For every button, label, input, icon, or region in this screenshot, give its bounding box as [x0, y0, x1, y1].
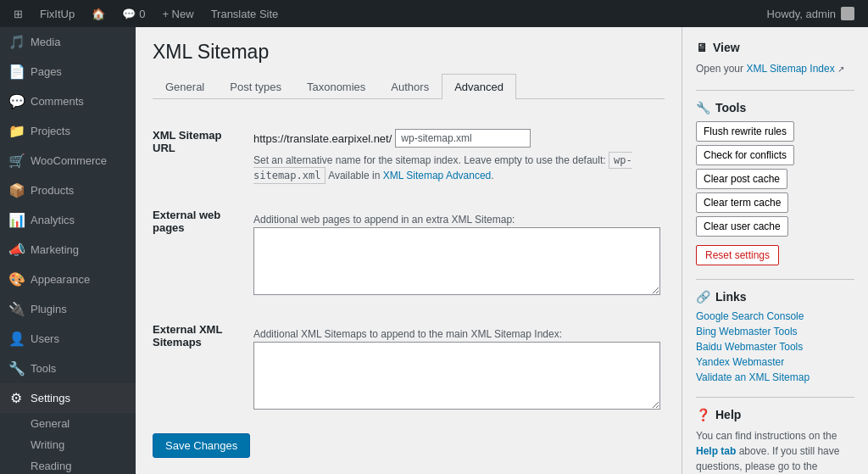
external-xml-textarea[interactable] [253, 342, 660, 410]
sidebar-item-analytics[interactable]: 📊 Analytics [0, 205, 136, 235]
external-xml-label: External XML Sitemaps [153, 310, 249, 425]
xml-url-cell: https://translate.earpixel.net/ Set an a… [249, 116, 665, 196]
external-xml-description: Additional XML Sitemaps to append to the… [253, 326, 660, 342]
sitemap-url-input[interactable] [395, 129, 531, 148]
analytics-icon: 📊 [8, 212, 24, 228]
external-web-textarea[interactable] [253, 227, 660, 295]
check-conflicts-button[interactable]: Check for conflicts [696, 145, 794, 165]
plugins-icon: 🔌 [8, 301, 24, 317]
help-title: ❓ Help [696, 408, 854, 421]
settings-icon: ⚙ [8, 390, 24, 406]
page-title: XML Sitemap [153, 41, 665, 64]
admin-bar: ⊞ FixItUp 🏠 💬 0 + New Translate Site How… [0, 0, 868, 27]
sidebar-item-woocommerce[interactable]: 🛒 WooCommerce [0, 146, 136, 176]
pages-icon: 📄 [8, 64, 24, 80]
admin-menu: 🎵 Media 📄 Pages 💬 Comments 📁 Projects 🛒 … [0, 27, 136, 474]
xml-url-description: Set an alternative name for the sitemap … [253, 153, 660, 183]
table-row-external-web: External web pages Additional web pages … [153, 196, 665, 310]
settings-form: XML Sitemap URL https://translate.earpix… [153, 116, 665, 458]
sidebar-item-settings[interactable]: ⚙ Settings [0, 383, 136, 413]
external-web-description: Additional web pages to append in an ext… [253, 212, 660, 227]
divider-2 [696, 279, 854, 280]
validate-xml-link[interactable]: Validate an XML Sitemap [696, 371, 854, 383]
clear-user-cache-button[interactable]: Clear user cache [696, 216, 788, 237]
tab-post-types[interactable]: Post types [217, 74, 294, 99]
tab-bar: General Post types Taxonomies Authors Ad… [153, 74, 665, 99]
sidebar-item-tools[interactable]: 🔧 Tools [0, 354, 136, 383]
tools-section: 🔧 Tools Flush rewrite rules Check for co… [696, 101, 854, 265]
tab-advanced[interactable]: Advanced [442, 74, 516, 99]
view-text: Open your XML Sitemap Index ↗ [696, 61, 854, 76]
divider-3 [696, 397, 854, 398]
help-icon: ❓ [696, 408, 710, 421]
help-text: You can find instructions on the Help ta… [696, 428, 854, 474]
tools-grid: Flush rewrite rules Check for conflicts … [696, 121, 854, 237]
links-title: 🔗 Links [696, 290, 854, 304]
links-section: 🔗 Links Google Search Console Bing Webma… [696, 290, 854, 383]
wp-logo[interactable]: ⊞ [7, 0, 30, 27]
form-table: XML Sitemap URL https://translate.earpix… [153, 116, 665, 425]
tools-icon: 🔧 [8, 360, 24, 376]
marketing-icon: 📣 [8, 242, 24, 258]
sitemap-url-row: https://translate.earpixel.net/ [253, 129, 660, 148]
sidebar-item-marketing[interactable]: 📣 Marketing [0, 235, 136, 265]
divider-1 [696, 90, 854, 91]
table-row-xml-url: XML Sitemap URL https://translate.earpix… [153, 116, 665, 196]
howdy-text: Howdy, admin [767, 7, 861, 20]
xml-sitemap-index-link[interactable]: XML Sitemap Index [746, 63, 834, 75]
bing-webmaster-link[interactable]: Bing Webmaster Tools [696, 326, 854, 337]
sidebar-item-media[interactable]: 🎵 Media [0, 27, 136, 57]
sidebar-item-plugins[interactable]: 🔌 Plugins [0, 294, 136, 324]
submenu-writing[interactable]: Writing [0, 434, 136, 455]
media-icon: 🎵 [8, 34, 24, 50]
submenu-general[interactable]: General [0, 413, 136, 434]
translate-site[interactable]: Translate Site [204, 0, 286, 27]
monitor-icon: 🖥 [696, 41, 708, 54]
help-section: ❓ Help You can find instructions on the … [696, 408, 854, 474]
side-panel: 🖥 View Open your XML Sitemap Index ↗ 🔧 T… [682, 27, 868, 474]
sidebar-item-pages[interactable]: 📄 Pages [0, 57, 136, 86]
google-search-console-link[interactable]: Google Search Console [696, 310, 854, 322]
reset-settings-button[interactable]: Reset settings [696, 245, 779, 265]
sidebar-item-users[interactable]: 👤 Users [0, 324, 136, 354]
yandex-webmaster-link[interactable]: Yandex Webmaster [696, 356, 854, 368]
view-section: 🖥 View Open your XML Sitemap Index ↗ [696, 41, 854, 76]
clear-post-cache-button[interactable]: Clear post cache [696, 169, 787, 189]
tools-title: 🔧 Tools [696, 101, 854, 114]
products-icon: 📦 [8, 182, 24, 198]
save-changes-button[interactable]: Save Changes [153, 433, 250, 458]
site-name[interactable]: FixItUp [33, 0, 81, 27]
external-link-icon: ↗ [837, 64, 844, 74]
visit-site-icon: 🏠 [92, 8, 105, 20]
external-web-cell: Additional web pages to append in an ext… [249, 196, 665, 310]
sidebar-item-products[interactable]: 📦 Products [0, 176, 136, 205]
sidebar-item-appearance[interactable]: 🎨 Appearance [0, 265, 136, 294]
xml-sitemap-advanced-link[interactable]: XML Sitemap Advanced [383, 170, 492, 181]
tab-general[interactable]: General [153, 74, 217, 99]
flush-rewrite-button[interactable]: Flush rewrite rules [696, 121, 794, 142]
sitemap-url-base: https://translate.earpixel.net/ [253, 132, 392, 145]
projects-icon: 📁 [8, 123, 24, 139]
tab-taxonomies[interactable]: Taxonomies [294, 74, 378, 99]
sidebar-item-projects[interactable]: 📁 Projects [0, 116, 136, 146]
new-item[interactable]: + New [155, 0, 200, 27]
wrench-icon: 🔧 [696, 101, 710, 114]
sidebar-item-comments[interactable]: 💬 Comments [0, 86, 136, 116]
visit-site[interactable]: 🏠 [85, 0, 112, 27]
comments-link[interactable]: 💬 0 [115, 0, 152, 27]
appearance-icon: 🎨 [8, 271, 24, 287]
submenu-reading[interactable]: Reading [0, 455, 136, 474]
view-title: 🖥 View [696, 41, 854, 54]
baidu-webmaster-link[interactable]: Baidu Webmaster Tools [696, 341, 854, 353]
tab-authors[interactable]: Authors [378, 74, 442, 99]
help-tab-link[interactable]: Help tab [696, 445, 736, 457]
avatar [841, 7, 854, 20]
xml-url-label: XML Sitemap URL [153, 116, 249, 196]
comments-icon: 💬 [8, 93, 24, 109]
woocommerce-icon: 🛒 [8, 153, 24, 169]
clear-term-cache-button[interactable]: Clear term cache [696, 192, 788, 213]
main-content: XML Sitemap General Post types Taxonomie… [136, 27, 682, 474]
link-icon: 🔗 [696, 290, 710, 304]
users-icon: 👤 [8, 331, 24, 347]
table-row-external-xml: External XML Sitemaps Additional XML Sit… [153, 310, 665, 425]
